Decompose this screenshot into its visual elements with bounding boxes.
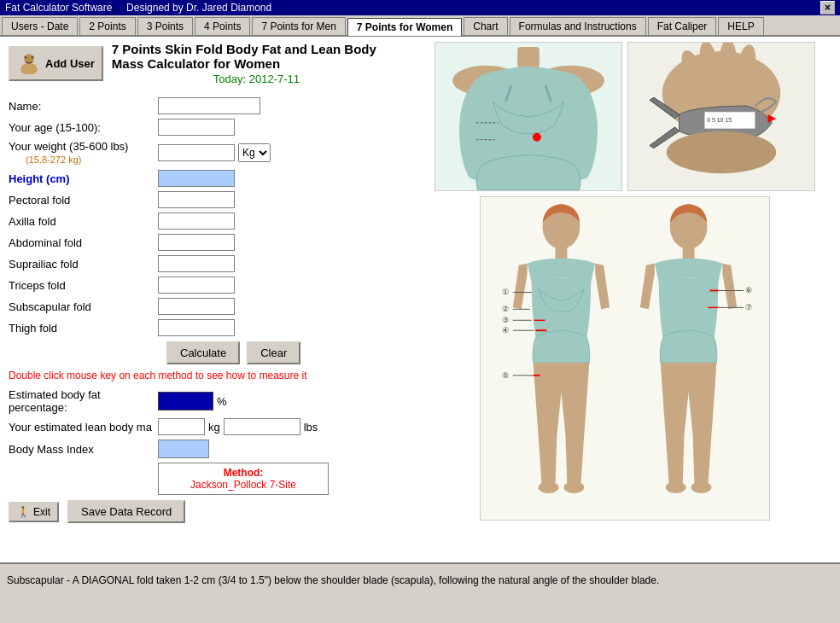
lean-body-label: Your estimated lean body ma [9,421,158,434]
abdominal-input[interactable] [158,234,235,251]
full-body-diagram: ① ② ③ ④ ⑤ [480,196,770,521]
exit-button[interactable]: 🚶 Exit [9,502,59,522]
weight-label: Your weight (35-600 lbs) (15.8-272 kg) [9,140,158,166]
bmi-row: Body Mass Index [9,440,401,458]
status-bar: Subscapular - A DIAGONAL fold taken 1-2 … [0,562,840,597]
exit-icon: 🚶 [17,506,30,518]
instruction-text: Double click mouse key on each method to… [9,370,401,381]
tab-formulas[interactable]: Formulas and Instructions [510,17,646,35]
title-bar: Fat Calculator Software Designed by Dr. … [0,0,840,15]
header-row: Add User 7 Points Skin Fold Body Fat and… [9,42,401,92]
action-btn-row: 🚶 Exit Save Data Record [9,500,401,523]
svg-text:③: ③ [502,316,509,324]
main-content: Add User 7 Points Skin Fold Body Fat and… [0,37,840,597]
svg-point-11 [533,133,541,142]
name-row: Name: [9,97,401,114]
pectoral-input[interactable] [158,191,235,208]
suprailiac-input[interactable] [158,255,235,272]
app-name: Fat Calculator Software [5,2,112,14]
triceps-row: Triceps fold [9,277,401,294]
body-fat-display [158,392,213,410]
svg-rect-6 [517,47,540,68]
tab-help[interactable]: HELP [718,17,763,35]
header-text-block: 7 Points Skin Fold Body Fat and Lean Bod… [112,42,401,92]
right-panel: 0 5 10 15 [410,37,840,562]
svg-point-3 [25,56,27,59]
percent-sign: % [217,395,227,408]
content-area: Add User 7 Points Skin Fold Body Fat and… [0,37,840,562]
height-input[interactable] [158,170,235,187]
svg-text:⑤: ⑤ [502,371,509,380]
svg-point-28 [563,481,584,493]
age-input[interactable] [158,119,235,136]
tab-users-date[interactable]: Users - Date [2,17,78,35]
svg-point-4 [32,56,34,59]
title-bar-left: Fat Calculator Software Designed by Dr. … [5,2,271,14]
thigh-input[interactable] [158,319,235,336]
save-data-record-button[interactable]: Save Data Record [67,500,185,523]
svg-text:②: ② [502,305,509,313]
designer-credit: Designed by Dr. Jared Diamond [126,2,271,14]
nav-bar: Users - Date 2 Points 3 Points 4 Points … [0,15,840,37]
kg-unit: kg [208,421,220,434]
tab-fat-caliper[interactable]: Fat Caliper [648,17,717,35]
thigh-label: Thigh fold [9,322,158,335]
svg-text:0  5  10  15: 0 5 10 15 [707,117,732,123]
weight-unit-select[interactable]: Kg lbs [238,143,271,162]
title-bar-controls: × [820,2,835,14]
tab-7-points-women[interactable]: 7 Points for Women [347,18,462,36]
age-label: Your age (15-100): [9,121,158,134]
caliper-image: 0 5 10 15 [627,42,815,191]
age-row: Your age (15-100): [9,119,401,136]
pectoral-row: Pectoral fold [9,191,401,208]
abdominal-label: Abdominal fold [9,236,158,249]
method-box: Method: Jackson_Pollock 7-Site [158,463,329,495]
svg-point-23 [667,131,777,173]
svg-text:④: ④ [502,326,509,335]
lean-kg-input[interactable] [158,418,205,435]
lean-body-row: Your estimated lean body ma kg lbs [9,418,401,435]
bmi-label: Body Mass Index [9,443,158,456]
tab-7-points-men[interactable]: 7 Points for Men [252,17,345,35]
lean-lbs-input[interactable] [224,418,300,435]
add-user-label: Add User [45,57,95,70]
suprailiac-label: Suprailiac fold [9,258,158,271]
name-label: Name: [9,100,158,113]
page-title: 7 Points Skin Fold Body Fat and Lean Bod… [112,42,401,71]
tab-3-points[interactable]: 3 Points [137,17,193,35]
svg-point-45 [691,481,712,493]
status-text: Subscapular - A DIAGONAL fold taken 1-2 … [7,574,659,586]
weight-input[interactable] [158,144,235,161]
axilla-input[interactable] [158,213,235,230]
axilla-label: Axilla fold [9,215,158,228]
thigh-row: Thigh fold [9,319,401,336]
name-input[interactable] [158,97,260,114]
weight-row: Your weight (35-600 lbs) (15.8-272 kg) K… [9,140,401,166]
bmi-display [158,440,209,458]
svg-text:①: ① [502,288,509,296]
tab-chart[interactable]: Chart [464,17,507,35]
svg-point-44 [666,481,686,493]
subscapular-row: Subscapular fold [9,298,401,315]
tab-2-points[interactable]: 2 Points [79,17,135,35]
subscapular-input[interactable] [158,298,235,315]
add-user-button[interactable]: Add User [9,46,103,81]
method-label: Method: [166,467,321,479]
svg-point-27 [539,481,559,493]
tab-4-points[interactable]: 4 Points [195,17,250,35]
svg-text:⑦: ⑦ [745,303,752,312]
close-btn[interactable]: × [820,1,835,15]
height-row: Height (cm) [9,170,401,187]
triceps-label: Triceps fold [9,279,158,292]
left-panel: Add User 7 Points Skin Fold Body Fat and… [0,37,410,562]
triceps-input[interactable] [158,277,235,294]
calc-clear-row: Calculate Clear [158,341,401,364]
height-label: Height (cm) [9,172,158,185]
body-fat-row: Estimated body fat percentage: % [9,388,401,414]
today-date: Today: 2012-7-11 [112,73,401,85]
svg-rect-24 [481,197,769,520]
clear-button[interactable]: Clear [247,341,300,364]
calculate-button[interactable]: Calculate [166,341,240,364]
front-torso-image [435,42,622,191]
pectoral-label: Pectoral fold [9,194,158,207]
